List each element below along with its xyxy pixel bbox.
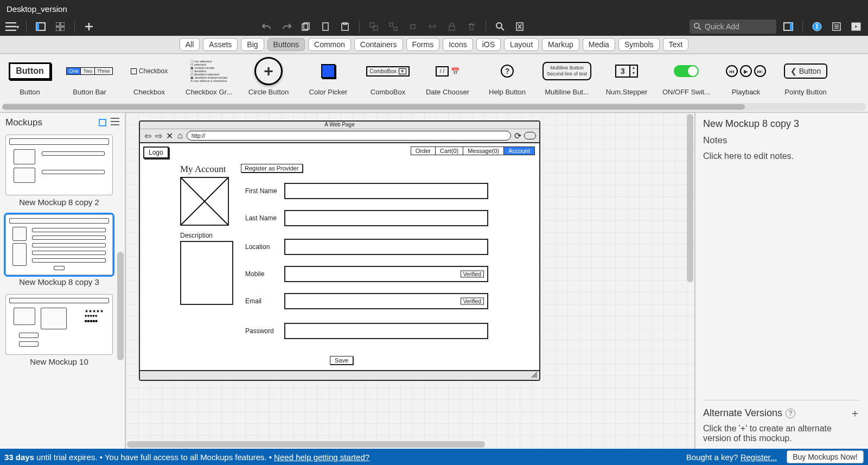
- canvas-hscrollbar[interactable]: [126, 440, 686, 449]
- lock-icon[interactable]: [444, 19, 459, 34]
- paste-icon[interactable]: [337, 19, 353, 34]
- library-item-multiline-button[interactable]: Multiline ButtonSecond line of text Mult…: [537, 58, 597, 96]
- library-item-color-picker[interactable]: Color Picker: [298, 58, 358, 96]
- quick-add-input[interactable]: Quick Add: [690, 20, 776, 34]
- help-link[interactable]: Need help getting started?: [274, 453, 369, 462]
- present-icon[interactable]: [848, 19, 864, 34]
- category-text[interactable]: Text: [663, 38, 689, 51]
- mockup-thumbnail[interactable]: New Mockup 8 copy 2: [5, 135, 113, 209]
- cut-icon[interactable]: [318, 19, 333, 34]
- verified-badge[interactable]: Verified: [461, 271, 484, 278]
- field-input-email[interactable]: Verified: [284, 293, 488, 309]
- buy-mockups-button[interactable]: Buy Mockups Now!: [787, 450, 864, 463]
- undo-icon[interactable]: [259, 19, 275, 34]
- canvas-save-button[interactable]: Save: [330, 356, 353, 365]
- browser-forward-icon[interactable]: ⇨: [154, 131, 163, 140]
- canvas[interactable]: A Web Page ⇦ ⇨ ✕ ⌂ http:// ⟳ Logo Order …: [126, 113, 694, 449]
- library-item-num-stepper[interactable]: 3▲▼ Num.Stepper: [597, 58, 656, 96]
- browser-search-pill[interactable]: [524, 132, 536, 139]
- category-big[interactable]: Big: [241, 38, 264, 51]
- canvas-description-box[interactable]: [180, 241, 233, 305]
- notes-list-icon[interactable]: [829, 19, 844, 34]
- trash-icon[interactable]: [464, 19, 479, 34]
- inspector-notes-editor[interactable]: Click here to edit notes.: [703, 151, 860, 161]
- library-item-playback[interactable]: ⏮▶⏭ Playback: [716, 58, 776, 96]
- category-forms[interactable]: Forms: [406, 38, 440, 51]
- library-item-checkbox-group[interactable]: ☐ not selected ☑ selected ▣ indeterminat…: [179, 58, 239, 96]
- browser-back-icon[interactable]: ⇦: [143, 131, 152, 140]
- field-label-firstname[interactable]: First Name: [245, 187, 279, 195]
- list-view-icon[interactable]: [111, 117, 119, 128]
- category-buttons[interactable]: Buttons: [267, 38, 305, 51]
- canvas-logo[interactable]: Logo: [143, 146, 169, 158]
- library-item-circle-button[interactable]: + Circle Button: [239, 58, 298, 96]
- library-item-button[interactable]: Button Button: [0, 58, 60, 96]
- category-all[interactable]: All: [180, 38, 200, 51]
- register-link[interactable]: Register...: [741, 453, 777, 462]
- canvas-avatar-placeholder[interactable]: [180, 177, 229, 226]
- field-label-password[interactable]: Password: [245, 327, 279, 335]
- category-icons[interactable]: Icons: [443, 38, 473, 51]
- zoom-icon[interactable]: [493, 19, 508, 34]
- grid-view-icon[interactable]: [53, 19, 68, 34]
- browser-url-field[interactable]: http://: [187, 131, 511, 141]
- category-common[interactable]: Common: [308, 38, 351, 51]
- bring-front-icon[interactable]: [405, 19, 420, 34]
- canvas-register-provider-button[interactable]: Register as Provider: [241, 164, 303, 173]
- copy-icon[interactable]: [298, 19, 314, 34]
- category-containers[interactable]: Containers: [354, 38, 403, 51]
- library-item-date-chooser[interactable]: / /📅 Date Chooser: [418, 58, 477, 96]
- nav-message[interactable]: Message(0): [463, 146, 504, 155]
- library-scrollbar[interactable]: [2, 103, 866, 111]
- send-back-icon[interactable]: [425, 19, 440, 34]
- markup-toggle-icon[interactable]: [512, 19, 527, 34]
- library-item-combobox[interactable]: ComboBox▼ ComboBox: [358, 58, 418, 96]
- browser-home-icon[interactable]: ⌂: [176, 131, 184, 140]
- library-item-button-bar[interactable]: OneTwoThree Button Bar: [60, 58, 119, 96]
- verified-badge[interactable]: Verified: [461, 298, 484, 305]
- field-input-location[interactable]: [284, 239, 488, 255]
- category-layout[interactable]: Layout: [504, 38, 539, 51]
- category-media[interactable]: Media: [583, 38, 615, 51]
- inspector-toggle-icon[interactable]: [781, 19, 796, 34]
- library-item-pointy-button[interactable]: ❮ Button Pointy Button: [776, 58, 835, 96]
- field-label-email[interactable]: Email: [245, 297, 279, 305]
- resize-handle-icon[interactable]: [531, 371, 538, 379]
- group-icon[interactable]: [366, 19, 381, 34]
- field-input-password[interactable]: [284, 323, 488, 339]
- field-input-firstname[interactable]: [284, 183, 488, 199]
- library-item-checkbox[interactable]: Checkbox Checkbox: [119, 58, 179, 96]
- nav-account[interactable]: Account: [504, 146, 535, 155]
- library-item-help-button[interactable]: ? Help Button: [477, 58, 537, 96]
- library-item-onoff-switch[interactable]: ON/OFF Swit...: [656, 58, 716, 96]
- field-input-lastname[interactable]: [284, 210, 488, 226]
- canvas-browser-widget[interactable]: A Web Page ⇦ ⇨ ✕ ⌂ http:// ⟳ Logo Order …: [139, 120, 540, 381]
- mockup-thumbnail[interactable]: New Mockup 8 copy 3: [5, 214, 113, 289]
- mockups-scrollbar[interactable]: [116, 132, 125, 449]
- field-input-mobile[interactable]: Verified: [284, 266, 488, 282]
- help-icon[interactable]: ?: [786, 409, 795, 418]
- field-label-lastname[interactable]: Last Name: [245, 214, 279, 222]
- info-icon[interactable]: i: [809, 19, 825, 34]
- field-label-location[interactable]: Location: [245, 243, 279, 251]
- category-symbols[interactable]: Symbols: [618, 38, 660, 51]
- field-label-mobile[interactable]: Mobile: [245, 270, 279, 278]
- category-ios[interactable]: iOS: [476, 38, 501, 51]
- nav-order[interactable]: Order: [411, 146, 436, 155]
- category-markup[interactable]: Markup: [542, 38, 579, 51]
- nav-cart[interactable]: Cart(0): [436, 146, 463, 155]
- thumbnail-view-icon[interactable]: [99, 119, 106, 126]
- add-alternate-version-icon[interactable]: ＋: [850, 406, 860, 421]
- browser-reload-icon[interactable]: ⟳: [513, 131, 522, 140]
- add-mockup-icon[interactable]: [81, 19, 97, 34]
- panel-toggle-icon[interactable]: [33, 19, 48, 34]
- category-assets[interactable]: Assets: [203, 38, 238, 51]
- mockup-thumbnail[interactable]: ★★★★★♥♥♥♥♥■■■■■ New Mockup 10: [5, 294, 113, 368]
- canvas-vscrollbar[interactable]: [686, 113, 694, 440]
- ungroup-icon[interactable]: [386, 19, 401, 34]
- canvas-page-heading[interactable]: My Account: [180, 164, 226, 175]
- hamburger-menu-icon[interactable]: ▾: [4, 19, 20, 34]
- browser-stop-icon[interactable]: ✕: [165, 131, 174, 140]
- canvas-description-label[interactable]: Description: [180, 232, 213, 239]
- redo-icon[interactable]: [279, 19, 294, 34]
